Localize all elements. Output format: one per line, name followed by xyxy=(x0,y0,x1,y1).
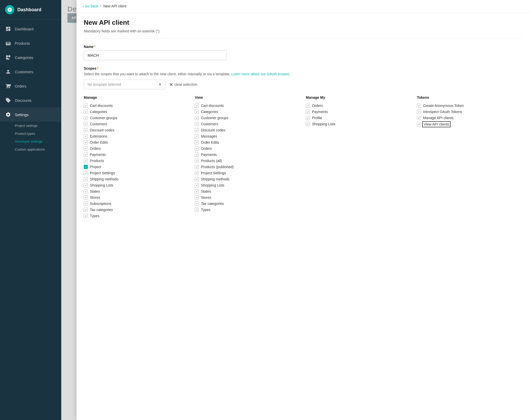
scope-label: Order Edits xyxy=(90,140,108,144)
sidebar-item-label: Products xyxy=(15,41,30,45)
scope-item: ✓Customers xyxy=(195,122,302,126)
scope-checkbox[interactable]: ✓ xyxy=(84,104,88,108)
scope-checkbox[interactable]: ✓ xyxy=(195,177,199,181)
scope-checkbox[interactable]: ✓ xyxy=(84,122,88,126)
name-input[interactable] xyxy=(84,50,227,60)
scope-checkbox[interactable]: ✓ xyxy=(195,153,199,157)
scope-label: Customer groups xyxy=(201,116,228,120)
scope-checkbox[interactable]: ✓ xyxy=(84,159,88,163)
scope-checkbox[interactable]: ✓ xyxy=(417,116,421,120)
sidebar-item-label: Dashboard xyxy=(15,27,33,31)
scope-label: Extensions xyxy=(90,134,107,138)
scope-item: ✓Create Anonymous Token xyxy=(417,104,524,108)
checkmark-icon: ✓ xyxy=(196,208,198,211)
scope-checkbox[interactable]: ✓ xyxy=(84,116,88,120)
checkmark-icon: ✓ xyxy=(196,178,198,181)
sidebar-sub-item-project-settings[interactable]: Project settings xyxy=(0,122,61,130)
scope-checkbox[interactable]: ✓ xyxy=(306,122,310,126)
sidebar-sub-item-custom-applications[interactable]: Custom applications xyxy=(0,145,61,153)
scopes-columns: Manage✓Cart discounts✓Categories✓Custome… xyxy=(84,95,524,220)
checkmark-icon: ✓ xyxy=(85,165,87,169)
checkmark-icon: ✓ xyxy=(85,153,87,156)
scope-checkbox[interactable]: ✓ xyxy=(195,104,199,108)
scope-item: ✓Profile xyxy=(306,116,413,120)
scope-item: ✓Customer groups xyxy=(195,116,302,120)
checkmark-icon: ✓ xyxy=(418,117,420,119)
sidebar-item-dashboard[interactable]: Dashboard xyxy=(0,22,61,36)
scope-checkbox[interactable]: ✓ xyxy=(84,202,88,206)
clear-selection-button[interactable]: ✕ clear selection xyxy=(170,82,197,87)
scope-checkbox[interactable]: ✓ xyxy=(84,189,88,193)
scope-checkbox[interactable]: ✓ xyxy=(195,110,199,114)
checkmark-icon: ✓ xyxy=(418,110,420,113)
scope-checkbox[interactable]: ✓ xyxy=(84,214,88,218)
sidebar-item-orders[interactable]: Orders xyxy=(0,79,61,93)
template-placeholder: No template selected xyxy=(88,82,121,87)
oauth-scopes-link[interactable]: Learn more about our OAuth scopes. xyxy=(231,72,290,76)
scope-checkbox[interactable]: ✓ xyxy=(84,183,88,187)
scope-checkbox[interactable]: ✓ xyxy=(306,110,310,114)
checkmark-icon: ✓ xyxy=(85,159,87,162)
sidebar: Dashboard Dashboard Products Categories xyxy=(0,0,61,420)
scope-label: Customers xyxy=(201,122,218,126)
scope-label: Categories xyxy=(201,110,218,114)
scope-checkbox[interactable]: ✓ xyxy=(195,134,199,138)
scope-label: Shipping methods xyxy=(90,177,118,181)
scope-checkbox[interactable]: ✓ xyxy=(84,208,88,212)
breadcrumb-back[interactable]: ‹ Go back xyxy=(83,4,98,8)
scope-checkbox[interactable]: ✓ xyxy=(195,159,199,163)
name-label: Name* xyxy=(84,45,524,49)
sidebar-item-categories[interactable]: Categories xyxy=(0,50,61,65)
scope-checkbox[interactable]: ✓ xyxy=(84,134,88,138)
scope-label: Discount codes xyxy=(90,128,114,132)
template-dropdown-button[interactable]: No template selected ▼ xyxy=(84,80,165,89)
sidebar-item-products[interactable]: Products xyxy=(0,36,61,50)
scope-checkbox[interactable]: ✓ xyxy=(195,116,199,120)
scope-checkbox[interactable]: ✓ xyxy=(417,110,421,114)
scope-item: ✓Extensions xyxy=(84,134,191,138)
scope-checkbox[interactable]: ✓ xyxy=(195,140,199,144)
scope-checkbox[interactable]: ✓ xyxy=(84,140,88,144)
scope-checkbox[interactable]: ✓ xyxy=(84,110,88,114)
checkmark-icon: ✓ xyxy=(85,196,87,199)
sidebar-sub-item-developer-settings[interactable]: Developer settings xyxy=(0,138,61,145)
scope-checkbox[interactable]: ✓ xyxy=(84,195,88,200)
sidebar-item-label: Discounts xyxy=(15,98,32,103)
sidebar-item-customers[interactable]: Customers xyxy=(0,65,61,79)
sidebar-item-discounts[interactable]: Discounts xyxy=(0,93,61,107)
scope-checkbox[interactable]: ✓ xyxy=(195,208,199,212)
scope-checkbox[interactable]: ✓ xyxy=(306,104,310,108)
name-required-star: * xyxy=(94,45,95,49)
checkmark-icon: ✓ xyxy=(196,202,198,205)
sidebar-sub-item-product-types[interactable]: Product types xyxy=(0,130,61,138)
scope-checkbox[interactable]: ✓ xyxy=(195,171,199,175)
scope-label: Subscriptions xyxy=(90,202,111,206)
scope-checkbox[interactable]: ✓ xyxy=(84,128,88,132)
scope-checkbox[interactable]: ✓ xyxy=(306,116,310,120)
scope-label: Orders xyxy=(312,104,323,108)
scope-checkbox[interactable]: ✓ xyxy=(84,153,88,157)
scope-label: Shopping Lists xyxy=(312,122,335,126)
checkmark-icon: ✓ xyxy=(196,196,198,199)
sidebar-item-settings[interactable]: Settings xyxy=(0,107,61,122)
scope-checkbox[interactable]: ✓ xyxy=(195,189,199,193)
scope-checkbox[interactable]: ✓ xyxy=(195,128,199,132)
scope-label: Categories xyxy=(90,110,107,114)
scope-checkbox[interactable]: ✓ xyxy=(417,104,421,108)
scope-label: Payments xyxy=(90,153,106,157)
scope-checkbox[interactable]: ✓ xyxy=(84,165,88,169)
scope-checkbox[interactable]: ✓ xyxy=(195,195,199,200)
scope-checkbox[interactable]: ✓ xyxy=(195,146,199,151)
checkmark-icon: ✓ xyxy=(85,129,87,132)
scope-checkbox[interactable]: ✓ xyxy=(84,146,88,151)
scope-checkbox[interactable]: ✓ xyxy=(84,171,88,175)
scope-checkbox[interactable]: ✓ xyxy=(195,165,199,169)
checkmark-icon: ✓ xyxy=(196,184,198,187)
scope-checkbox[interactable]: ✓ xyxy=(195,202,199,206)
scope-checkbox[interactable]: ✓ xyxy=(84,177,88,181)
scope-checkbox[interactable]: ✓ xyxy=(195,183,199,187)
scope-item: ✓Categories xyxy=(84,110,191,114)
scope-checkbox[interactable]: ✓ xyxy=(195,122,199,126)
scope-checkbox[interactable]: ✓ xyxy=(417,122,421,126)
scope-label: Shipping methods xyxy=(201,177,230,181)
